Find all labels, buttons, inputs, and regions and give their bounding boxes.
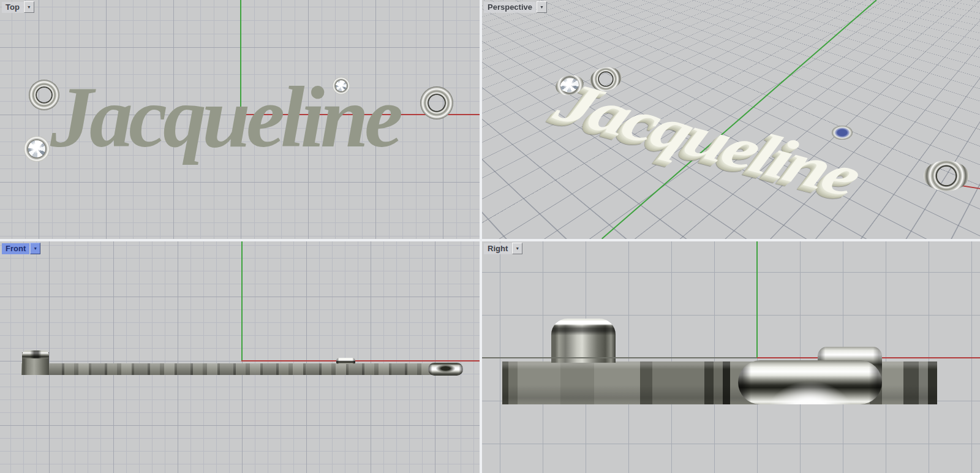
jump-ring-left <box>29 80 59 110</box>
y-axis-line <box>756 241 758 358</box>
viewport-title-label[interactable]: Top <box>2 2 23 13</box>
chevron-down-icon[interactable]: ▾ <box>24 1 34 13</box>
ring-profile-left-cap <box>22 350 49 358</box>
grid <box>0 241 480 473</box>
x-axis-line <box>241 360 480 361</box>
viewport-right[interactable]: Right ▾ <box>482 241 980 473</box>
gem-setting-i-dot <box>333 77 350 94</box>
viewport-title-label[interactable]: Front <box>2 243 29 254</box>
pendant-name-text: Jacqueline <box>50 59 442 176</box>
viewport-title-front[interactable]: Front ▾ <box>2 243 40 254</box>
viewport-title-label[interactable]: Perspective <box>484 2 536 13</box>
ring-profile-right <box>428 363 463 376</box>
viewport-front[interactable]: Front ▾ <box>0 241 480 473</box>
viewport-title-perspective[interactable]: Perspective ▾ <box>484 1 547 13</box>
gem-stone <box>28 140 45 157</box>
gem-stone <box>559 77 580 94</box>
chevron-down-icon[interactable]: ▾ <box>512 243 522 254</box>
gem-i-dot-3d <box>832 126 853 140</box>
jump-ring-right-3d <box>924 161 969 191</box>
viewport-top[interactable]: Jacqueline Top ▾ <box>0 0 480 239</box>
viewport-perspective[interactable]: Jacqueline Perspective ▾ <box>482 0 980 239</box>
viewport-title-label[interactable]: Right <box>484 243 511 254</box>
y-axis-line <box>241 241 243 361</box>
pendant-side-profile <box>21 363 458 375</box>
chevron-down-icon[interactable]: ▾ <box>537 1 547 13</box>
gem-profile-bump <box>336 358 355 364</box>
jump-ring-right <box>420 86 453 119</box>
viewport-title-right[interactable]: Right ▾ <box>484 243 522 254</box>
gem-setting-left <box>24 136 50 162</box>
chevron-down-icon[interactable]: ▾ <box>30 243 40 254</box>
viewport-title-top[interactable]: Top ▾ <box>2 1 34 13</box>
gem-stone <box>336 80 347 92</box>
ring-end-profile-lower <box>738 360 882 404</box>
ring-end-profile-upper <box>551 319 616 363</box>
negative-x-axis-line <box>482 357 757 358</box>
